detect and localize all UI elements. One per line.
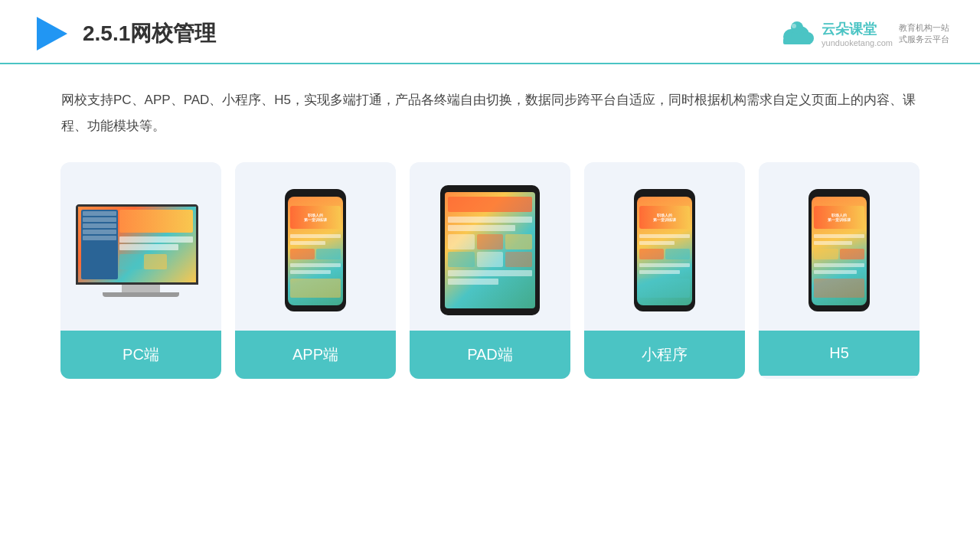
card-h5-label: H5 xyxy=(759,331,920,376)
header: 2.5.1网校管理 云朵课堂 yunduoketang.com 教育机构一站式服… xyxy=(0,0,980,64)
card-pad-label: PAD端 xyxy=(410,331,570,379)
svg-point-6 xyxy=(792,24,796,28)
card-app-image: 职场人的第一堂训练课 xyxy=(235,162,396,331)
logo-text: 云朵课堂 xyxy=(822,20,893,38)
description-content: 网校支持PC、APP、PAD、小程序、H5，实现多端打通，产品各终端自由切换，数… xyxy=(61,93,916,133)
card-pc-image xyxy=(60,162,221,331)
phone-mockup-mini: 职场人的第一堂训练课 xyxy=(634,189,695,311)
phone-mockup-h5: 职场人的第一堂训练课 xyxy=(808,189,870,311)
logo-tagline: 教育机构一站式服务云平台 xyxy=(899,22,949,45)
logo-area: 云朵课堂 yunduoketang.com 教育机构一站式服务云平台 xyxy=(779,20,949,47)
tablet-mockup xyxy=(440,185,540,315)
logo-url: yunduoketang.com xyxy=(822,38,893,47)
card-h5-image: 职场人的第一堂训练课 xyxy=(759,162,920,331)
svg-rect-4 xyxy=(783,38,811,44)
description-text: 网校支持PC、APP、PAD、小程序、H5，实现多端打通，产品各终端自由切换，数… xyxy=(0,64,980,147)
card-miniprogram: 职场人的第一堂训练课 xyxy=(584,162,745,379)
card-pad: PAD端 xyxy=(410,162,570,379)
card-pc-label: PC端 xyxy=(60,331,221,379)
card-pad-image xyxy=(410,162,570,331)
cards-container: PC端 职场人的第一堂训练课 xyxy=(0,147,980,394)
svg-marker-0 xyxy=(37,17,67,51)
card-app-label: APP端 xyxy=(235,331,396,379)
card-miniprogram-image: 职场人的第一堂训练课 xyxy=(584,162,745,331)
phone-mockup-app: 职场人的第一堂训练课 xyxy=(285,189,346,311)
header-left: 2.5.1网校管理 xyxy=(31,14,216,54)
card-miniprogram-label: 小程序 xyxy=(584,331,745,379)
card-h5: 职场人的第一堂训练课 xyxy=(759,162,920,379)
card-app: 职场人的第一堂训练课 xyxy=(235,162,396,379)
play-icon xyxy=(31,14,70,54)
page-title: 2.5.1网校管理 xyxy=(83,19,216,48)
cloud-icon xyxy=(779,20,815,47)
pc-mockup xyxy=(76,204,206,297)
card-pc: PC端 xyxy=(60,162,221,379)
